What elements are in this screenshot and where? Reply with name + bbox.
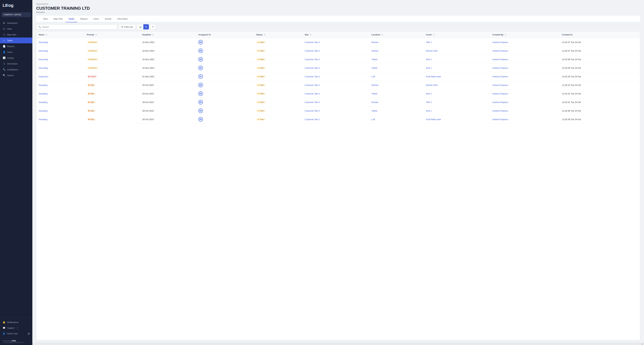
cell-created-at: 11:02:31 Tue 24 Oct [560,98,640,106]
location-link[interactable]: Kitchen [372,84,378,86]
created-by-link[interactable]: Andrew Popescu [492,84,508,86]
created-by-link[interactable]: Andrew Popescu [492,58,508,61]
sort-icon-asset[interactable]: ⇅ [433,34,434,36]
table-row: Descaling Medium 16 Nov 2023 BB Open Cus… [36,55,640,64]
location-link[interactable]: Toilets [372,110,378,112]
tab-users[interactable]: Users [90,16,102,22]
created-by-link[interactable]: Andrew Popescu [492,41,508,43]
location-link[interactable]: Kitchen [372,41,378,43]
created-by-link[interactable]: Andrew Popescu [492,101,508,103]
created-by-link[interactable]: Andrew Popescu [492,110,508,112]
location-link[interactable]: Kitchen [372,50,378,52]
asset-link[interactable]: Sink 1 [426,110,432,112]
cell-location: Kitchen [369,38,424,46]
site-link[interactable]: Customer Site 2 [305,101,320,103]
task-name-link[interactable]: Sampling [39,118,48,121]
sidebar-item-activity[interactable]: 📊 Activity [0,55,32,61]
priority-dot [88,119,90,120]
asset-link[interactable]: TMV 1 [426,101,432,103]
sort-icon-deadline[interactable]: ⇅ [152,34,154,36]
task-name-link[interactable]: Descaling [39,41,48,43]
asset-link[interactable]: Cold Water tank [426,75,441,78]
cell-created-by: Andrew Popescu [490,98,560,106]
sidebar-item-reports[interactable]: 📄 Reports [0,43,32,49]
chart-view-button[interactable]: 📊 [137,24,143,29]
sort-icon-priority[interactable]: ⇅ [95,34,97,36]
sort-icon-name[interactable]: ⇅ [46,34,47,36]
location-link[interactable]: Toilets [372,58,378,61]
location-link[interactable]: Toilets [372,92,378,95]
site-link[interactable]: Customer Site 2 [305,50,320,52]
tab-activity[interactable]: Activity [102,16,114,22]
created-by-link[interactable]: Andrew Popescu [492,50,508,52]
tab-sites[interactable]: Sites [40,16,51,22]
task-name-link[interactable]: Inspection [39,75,48,78]
tab-map-view[interactable]: Map View [51,16,66,22]
sidebar-item-users[interactable]: 👤 Users [0,49,32,55]
sidebar-item-installations[interactable]: 🔧 Installations [0,67,32,72]
tab-tasks[interactable]: Tasks [66,16,77,22]
notifications-item[interactable]: 🔔 Notifications [0,320,32,325]
sort-icon-status[interactable]: ⇅ [264,34,265,36]
created-by-link[interactable]: Andrew Popescu [492,118,508,121]
power-icon[interactable]: ⏻ [28,333,30,335]
tab-reports[interactable]: Reports [77,16,90,22]
site-link[interactable]: Customer Site 2 [305,110,320,112]
table-row: Sampling High 29 Oct 2023 BB Open Custom… [36,98,640,106]
sidebar-item-information[interactable]: ℹ Information [0,61,32,67]
admin-avatar-icon: 👤 [2,333,5,335]
task-name-link[interactable]: Sampling [39,92,48,95]
asset-link[interactable]: Sink 2 [426,58,432,61]
asset-link[interactable]: TMV 1 [426,41,432,43]
task-name-link[interactable]: Sampling [39,110,48,112]
created-by-link[interactable]: Andrew Popescu [492,67,508,69]
site-link[interactable]: Customer Site 2 [305,67,320,69]
search-input[interactable] [42,26,115,28]
table-view-button[interactable]: ☰ [143,24,149,29]
site-link[interactable]: Customer Site 2 [305,58,320,61]
location-link[interactable]: Toilets [372,67,378,69]
sidebar-item-sites[interactable]: ◎ Sites [0,26,32,32]
task-name-link[interactable]: Descaling [39,58,48,61]
table-container: Name ⇅ Priority ⇅ Deadline ⇅ Assigned To… [36,31,640,340]
sidebar-item-map-view[interactable]: ⬡ Map View [0,32,32,37]
task-name-link[interactable]: Sampling [39,84,48,86]
created-by-link[interactable]: Andrew Popescu [492,92,508,95]
asset-link[interactable]: Sink 1 [426,67,432,69]
sort-icon-location[interactable]: ⇅ [382,34,383,36]
status-dot [258,93,259,94]
asset-link[interactable]: Kitchen Sink [426,84,438,86]
cell-name: Sampling [36,106,84,115]
asset-link[interactable]: Kitchen Sink [426,50,438,52]
cell-deadline: 29 Oct 2023 [140,81,196,89]
location-link[interactable]: Loft [372,75,375,78]
task-name-link[interactable]: Descaling [39,50,48,52]
site-link[interactable]: Customer Site 2 [305,75,320,78]
sidebar-item-tasks[interactable]: ✓ Tasks [0,37,32,43]
cell-location: Toilets [369,64,424,72]
asset-link[interactable]: Cold Water tank [426,118,441,121]
support-item[interactable]: 💬 Support ↗ [0,325,32,331]
task-name-link[interactable]: Sampling [39,101,48,103]
sort-icon-site[interactable]: ⇅ [310,34,311,36]
site-link[interactable]: Customer Site 2 [305,118,320,121]
asset-link[interactable]: Sink 2 [426,92,432,95]
company-select[interactable]: COMPANY LIMITED [2,12,31,17]
created-by-link[interactable]: Andrew Popescu [492,75,508,78]
status-badge: Open [256,118,266,121]
site-link[interactable]: Customer Site 2 [305,41,320,43]
cell-created-by: Andrew Popescu [490,64,560,72]
location-link[interactable]: Loft [372,118,375,121]
fullscreen-button[interactable]: ⤢ [642,343,643,345]
sidebar-item-dashboard[interactable]: ⊞ Dashboard [0,20,32,26]
location-link[interactable]: Kitchen [372,101,378,103]
filter-button[interactable]: ⚙ Filters (0) [119,24,136,29]
tab-information[interactable]: Information [114,16,130,22]
site-link[interactable]: Customer Site 2 [305,92,320,95]
site-link[interactable]: Customer Site 2 [305,84,320,86]
task-name-link[interactable]: Descaling [39,67,48,69]
sidebar-item-search[interactable]: 🔍 Search [0,72,32,78]
sort-icon-created-by[interactable]: ⇅ [505,34,506,36]
more-options-button[interactable]: •• [150,24,156,29]
cell-priority: High [84,115,140,124]
